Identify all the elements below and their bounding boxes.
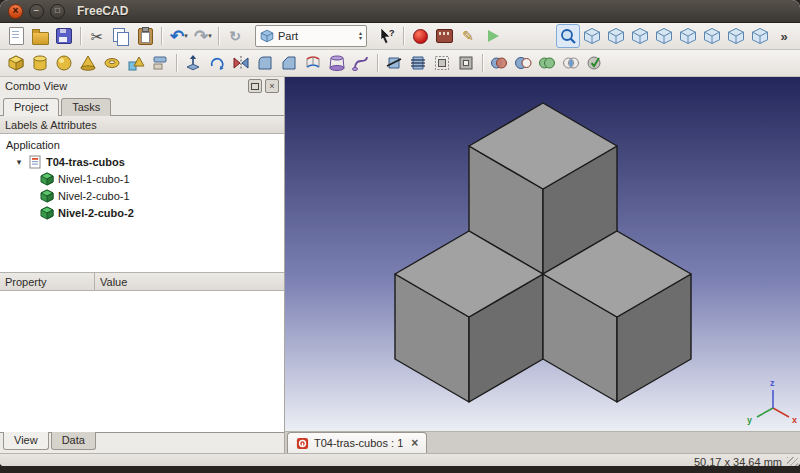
create-primitives-button[interactable] — [124, 51, 148, 75]
check-geometry-icon — [586, 54, 604, 72]
part-sphere-button[interactable] — [52, 51, 76, 75]
part-torus-button[interactable] — [100, 51, 124, 75]
ruled-surface-button[interactable] — [301, 51, 325, 75]
tree-item-application[interactable]: Application — [0, 136, 284, 153]
revolve-button[interactable] — [205, 51, 229, 75]
tree-item-nivel-2-cubo-1[interactable]: Nivel-2-cubo-1 — [0, 187, 284, 204]
3d-viewport[interactable]: x y z — [285, 77, 800, 431]
undo-button[interactable]: ↶▾ — [166, 24, 190, 48]
part-box-button[interactable] — [4, 51, 28, 75]
section-button[interactable] — [382, 51, 406, 75]
document-tab-close-icon[interactable]: × — [411, 436, 418, 450]
save-document-button[interactable] — [52, 24, 76, 48]
loft-button[interactable] — [325, 51, 349, 75]
macro-record-icon — [413, 29, 428, 44]
view-isometric-button[interactable] — [604, 24, 628, 48]
open-document-button[interactable] — [28, 24, 52, 48]
tree-column-header: Labels & Attributes — [0, 116, 284, 134]
combo-spinner-icon[interactable]: ▴▾ — [359, 31, 362, 41]
ruled-surface-icon — [304, 54, 322, 72]
chamfer-icon — [280, 54, 298, 72]
paste-button[interactable] — [133, 24, 157, 48]
window-title: FreeCAD — [77, 4, 128, 18]
tab-tasks[interactable]: Tasks — [61, 98, 111, 116]
resize-grip[interactable] — [787, 457, 798, 466]
cross-sections-button[interactable] — [406, 51, 430, 75]
copy-button[interactable] — [109, 24, 133, 48]
sweep-button[interactable] — [349, 51, 373, 75]
boolean-cut-button[interactable] — [511, 51, 535, 75]
close-window-button[interactable]: × — [8, 4, 23, 19]
edit-macro-button[interactable]: ✎ — [456, 24, 480, 48]
tree-item-nivel-1-cubo-1[interactable]: Nivel-1-cubo-1 — [0, 170, 284, 187]
refresh-button[interactable]: ↻ — [223, 24, 247, 48]
loft-icon — [328, 54, 346, 72]
boolean-intersection-button[interactable] — [559, 51, 583, 75]
fit-all-button[interactable] — [556, 24, 580, 48]
workbench-selector[interactable]: Part ▴▾ — [255, 25, 367, 47]
boolean-union-button[interactable] — [535, 51, 559, 75]
tree-item-label: Application — [6, 139, 60, 151]
property-column-header[interactable]: Property — [0, 273, 95, 290]
toolbar-overflow-button[interactable]: » — [772, 24, 796, 48]
toolbar-separator — [218, 27, 219, 45]
maximize-window-button[interactable]: □ — [50, 4, 65, 19]
tab-view[interactable]: View — [3, 432, 49, 450]
macro-record-button[interactable] — [408, 24, 432, 48]
part-cone-button[interactable] — [76, 51, 100, 75]
fillet-button[interactable] — [253, 51, 277, 75]
part-workbench-icon — [260, 29, 274, 43]
view-right-button[interactable] — [676, 24, 700, 48]
close-panel-button[interactable]: × — [265, 79, 279, 93]
whats-this-button[interactable]: ? — [375, 24, 399, 48]
view-top-button[interactable] — [652, 24, 676, 48]
view-rear-button[interactable] — [700, 24, 724, 48]
view-front-button[interactable] — [628, 24, 652, 48]
combo-view-tabbar: Project Tasks — [0, 95, 284, 116]
view-bottom-icon — [727, 27, 745, 45]
boolean-operation-button[interactable] — [487, 51, 511, 75]
combo-view-panel: Combo View × Project Tasks Labels & Attr… — [0, 77, 285, 453]
tree-item-nivel-2-cubo-2[interactable]: Nivel-2-cubo-2 — [0, 204, 284, 221]
tab-project[interactable]: Project — [3, 98, 59, 116]
combo-view-titlebar[interactable]: Combo View × — [0, 77, 284, 95]
float-panel-button[interactable] — [248, 79, 262, 93]
execute-macro-icon — [488, 30, 499, 42]
macros-dialog-button[interactable] — [432, 24, 456, 48]
expander-icon[interactable]: ▾ — [14, 157, 24, 167]
part-cone-icon — [79, 54, 97, 72]
chamfer-button[interactable] — [277, 51, 301, 75]
tab-data[interactable]: Data — [51, 432, 96, 450]
offset-3d-button[interactable] — [430, 51, 454, 75]
view-front-icon — [631, 27, 649, 45]
macros-dialog-icon — [436, 29, 453, 43]
new-document-button[interactable] — [4, 24, 28, 48]
value-column-header[interactable]: Value — [95, 273, 132, 290]
part-torus-icon — [103, 54, 121, 72]
extrude-button[interactable] — [181, 51, 205, 75]
view-left-button[interactable] — [748, 24, 772, 48]
draw-style-button[interactable] — [580, 24, 604, 48]
redo-button[interactable]: ↷▾ — [190, 24, 214, 48]
execute-macro-button[interactable] — [480, 24, 504, 48]
mirror-button[interactable] — [229, 51, 253, 75]
3d-scene: x y z — [285, 77, 800, 432]
part-cylinder-icon — [31, 54, 49, 72]
cut-button[interactable]: ✂ — [85, 24, 109, 48]
tree-item-t04-tras-cubos[interactable]: ▾T04-tras-cubos — [0, 153, 284, 170]
title-bar[interactable]: × − □ FreeCAD — [0, 0, 800, 23]
view-bottom-button[interactable] — [724, 24, 748, 48]
check-geometry-button[interactable] — [583, 51, 607, 75]
toolbar-separator — [482, 54, 483, 72]
shape-builder-button[interactable] — [148, 51, 172, 75]
freecad-document-icon — [296, 437, 309, 450]
part-cylinder-button[interactable] — [28, 51, 52, 75]
fit-all-icon — [559, 27, 577, 45]
document-tab[interactable]: T04-tras-cubos : 1 × — [287, 432, 427, 453]
model-tree[interactable]: Application▾T04-tras-cubosNivel-1-cubo-1… — [0, 134, 284, 272]
undo-icon: ↶ — [168, 27, 186, 45]
thickness-button[interactable] — [454, 51, 478, 75]
refresh-icon: ↻ — [226, 27, 244, 45]
document-tab-label: T04-tras-cubos : 1 — [314, 437, 403, 449]
minimize-window-button[interactable]: − — [29, 4, 44, 19]
